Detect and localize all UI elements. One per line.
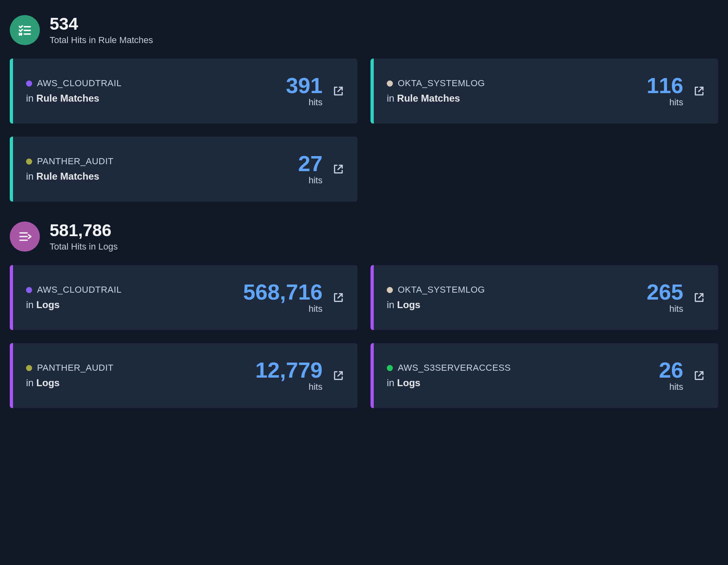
card-left: OKTA_SYSTEMLOG in Rule Matches <box>387 78 647 104</box>
section-subtitle: Total Hits in Rule Matches <box>50 35 153 46</box>
context-prefix: in <box>26 377 36 388</box>
card-accent <box>10 265 13 330</box>
hits-label: hits <box>309 304 323 314</box>
svg-line-9 <box>338 165 342 170</box>
hits-number: 27 <box>298 152 323 174</box>
context-bold: Rule Matches <box>36 171 99 182</box>
logs-icon <box>10 222 40 252</box>
section-total: 534 <box>50 15 153 33</box>
source-name: PANTHER_AUDIT <box>37 363 113 373</box>
card-context: in Logs <box>387 299 647 311</box>
section-total: 581,786 <box>50 221 118 240</box>
svg-line-13 <box>338 294 342 298</box>
hits-label: hits <box>309 175 323 186</box>
stat-card: PANTHER_AUDIT in Logs 12,779 hits <box>10 343 357 408</box>
stat-card: AWS_S3SERVERACCESS in Logs 26 hits <box>371 343 718 408</box>
external-link-icon[interactable] <box>693 85 705 97</box>
context-prefix: in <box>26 299 36 310</box>
context-bold: Logs <box>397 377 420 388</box>
stat-card: PANTHER_AUDIT in Rule Matches 27 hits <box>10 137 357 202</box>
card-left: OKTA_SYSTEMLOG in Logs <box>387 285 647 311</box>
context-bold: Logs <box>36 377 59 388</box>
card-right: 391 hits <box>286 74 344 108</box>
source-name: OKTA_SYSTEMLOG <box>398 78 485 89</box>
card-right: 27 hits <box>298 152 344 186</box>
hits-number: 265 <box>647 281 683 303</box>
source-dot-icon <box>26 365 32 371</box>
context-prefix: in <box>26 93 36 104</box>
card-context: in Logs <box>387 377 659 389</box>
section-subtitle: Total Hits in Logs <box>50 241 118 252</box>
card-right: 568,716 hits <box>243 281 344 314</box>
source-dot-icon <box>26 159 32 165</box>
card-context: in Rule Matches <box>26 93 286 104</box>
hits-label: hits <box>669 382 683 392</box>
section-header-rulematches: 534 Total Hits in Rule Matches <box>10 15 718 46</box>
stat-card: AWS_CLOUDTRAIL in Logs 568,716 hits <box>10 265 357 330</box>
svg-line-8 <box>699 87 703 92</box>
card-right: 12,779 hits <box>255 359 344 392</box>
hits-number: 12,779 <box>255 359 323 381</box>
hits-block: 391 hits <box>286 74 323 108</box>
context-bold: Rule Matches <box>36 93 99 104</box>
source-name: OKTA_SYSTEMLOG <box>398 285 485 295</box>
section-title-block: 581,786 Total Hits in Logs <box>50 221 118 252</box>
source-dot-icon <box>26 80 32 87</box>
card-source-row: AWS_S3SERVERACCESS <box>387 363 659 373</box>
external-link-icon[interactable] <box>332 291 344 304</box>
card-accent <box>371 343 374 408</box>
card-source-row: OKTA_SYSTEMLOG <box>387 285 647 295</box>
checklist-icon <box>10 15 40 45</box>
card-source-row: OKTA_SYSTEMLOG <box>387 78 647 89</box>
card-grid-rulematches: AWS_CLOUDTRAIL in Rule Matches 391 hits <box>10 59 718 202</box>
hits-number: 391 <box>286 74 323 96</box>
card-source-row: PANTHER_AUDIT <box>26 363 255 373</box>
section-title-block: 534 Total Hits in Rule Matches <box>50 15 153 46</box>
card-left: AWS_S3SERVERACCESS in Logs <box>387 363 659 389</box>
source-dot-icon <box>26 287 32 293</box>
card-left: AWS_CLOUDTRAIL in Rule Matches <box>26 78 286 104</box>
hits-block: 27 hits <box>298 152 323 186</box>
card-accent <box>10 343 13 408</box>
card-right: 26 hits <box>659 359 705 392</box>
external-link-icon[interactable] <box>332 369 344 382</box>
hits-block: 116 hits <box>647 74 683 108</box>
context-prefix: in <box>387 377 397 388</box>
hits-label: hits <box>309 382 323 392</box>
svg-line-14 <box>699 294 703 298</box>
stat-card: AWS_CLOUDTRAIL in Rule Matches 391 hits <box>10 59 357 124</box>
source-name: AWS_S3SERVERACCESS <box>398 363 511 373</box>
card-right: 265 hits <box>647 281 705 314</box>
card-context: in Rule Matches <box>26 171 298 182</box>
context-prefix: in <box>387 93 397 104</box>
card-accent <box>10 59 13 124</box>
card-context: in Logs <box>26 299 243 311</box>
hits-block: 265 hits <box>647 281 683 314</box>
card-context: in Rule Matches <box>387 93 647 104</box>
source-name: AWS_CLOUDTRAIL <box>37 285 122 295</box>
card-source-row: AWS_CLOUDTRAIL <box>26 285 243 295</box>
external-link-icon[interactable] <box>332 163 344 175</box>
external-link-icon[interactable] <box>693 369 705 382</box>
card-context: in Logs <box>26 377 255 389</box>
card-source-row: AWS_CLOUDTRAIL <box>26 78 286 89</box>
source-name: AWS_CLOUDTRAIL <box>37 78 122 89</box>
hits-number: 26 <box>659 359 683 381</box>
external-link-icon[interactable] <box>332 85 344 97</box>
card-source-row: PANTHER_AUDIT <box>26 156 298 167</box>
card-left: PANTHER_AUDIT in Rule Matches <box>26 156 298 182</box>
svg-line-7 <box>338 87 342 92</box>
hits-label: hits <box>309 97 323 108</box>
source-name: PANTHER_AUDIT <box>37 156 113 167</box>
external-link-icon[interactable] <box>693 291 705 304</box>
card-right: 116 hits <box>647 74 705 108</box>
hits-number: 568,716 <box>243 281 323 303</box>
svg-line-15 <box>338 372 342 376</box>
source-dot-icon <box>387 80 393 87</box>
card-accent <box>10 137 13 202</box>
source-dot-icon <box>387 287 393 293</box>
card-left: AWS_CLOUDTRAIL in Logs <box>26 285 243 311</box>
context-bold: Logs <box>397 299 420 310</box>
hits-label: hits <box>669 304 683 314</box>
card-accent <box>371 59 374 124</box>
